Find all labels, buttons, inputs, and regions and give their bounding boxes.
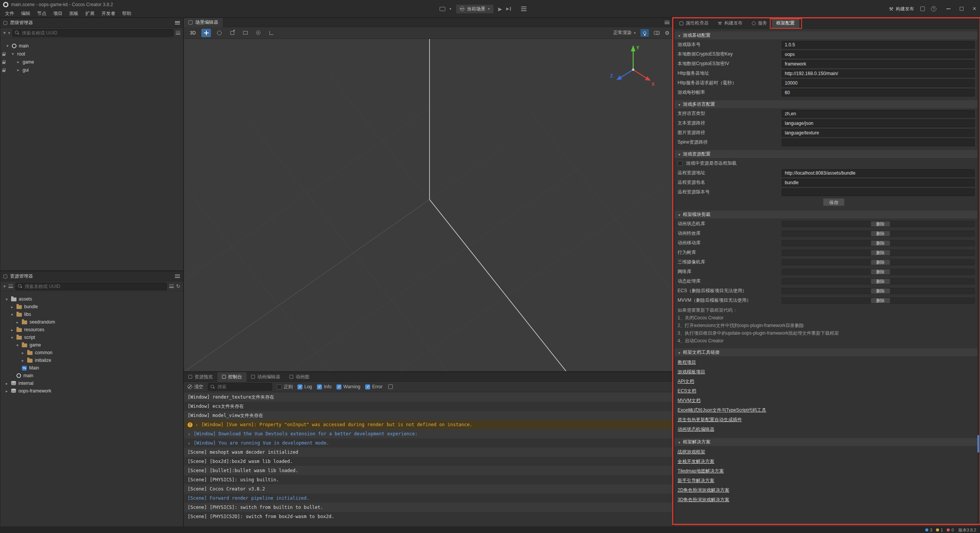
chevron-down-icon[interactable]: ▾ bbox=[8, 31, 10, 35]
filter-checkbox[interactable] bbox=[336, 384, 341, 389]
delete-module-button[interactable]: 删除 bbox=[871, 288, 890, 294]
property-input[interactable] bbox=[782, 188, 975, 196]
expand-caret-icon[interactable] bbox=[22, 358, 27, 363]
tab-scene-editor[interactable]: 场景编辑器 bbox=[184, 18, 223, 27]
asset-node[interactable]: common bbox=[0, 349, 183, 356]
solution-link[interactable]: 新手引导解决方案 bbox=[678, 476, 714, 486]
axis-gizmo[interactable]: Y X Z bbox=[608, 43, 662, 96]
scene-select-dropdown[interactable]: 当前场景 ▾ bbox=[456, 4, 494, 14]
expand-caret-icon[interactable] bbox=[22, 351, 27, 355]
extension-icon[interactable] bbox=[920, 7, 925, 11]
property-input[interactable] bbox=[782, 129, 975, 137]
console-search[interactable] bbox=[208, 383, 272, 391]
collapse-similar-icon[interactable] bbox=[388, 384, 393, 389]
property-input[interactable] bbox=[782, 119, 975, 127]
assets-search-input[interactable] bbox=[24, 283, 165, 289]
asset-node[interactable]: libs bbox=[0, 311, 183, 318]
delete-module-button[interactable]: 删除 bbox=[871, 279, 890, 284]
log-filter-toggle[interactable]: Warning bbox=[336, 384, 360, 389]
filter-checkbox[interactable] bbox=[297, 384, 302, 389]
log-row[interactable]: [Scene] Forward render pipeline initiali… bbox=[184, 494, 673, 503]
expand-caret-icon[interactable] bbox=[6, 381, 11, 386]
clear-console-button[interactable]: 清空 bbox=[188, 384, 203, 390]
expand-caret-icon[interactable] bbox=[11, 305, 16, 309]
menu-item[interactable]: 节点 bbox=[34, 9, 50, 18]
menu-item[interactable]: 面板 bbox=[66, 9, 82, 18]
coordinate-toggle-button[interactable] bbox=[266, 29, 276, 37]
scrollbar-thumb[interactable] bbox=[977, 435, 979, 453]
log-row[interactable]: [Scene] [bullet]:bullet wasm lib loaded. bbox=[184, 466, 673, 475]
log-row[interactable]: [Scene] [PHYSICS]: switch from builtin t… bbox=[184, 503, 673, 512]
hierarchy-search[interactable] bbox=[12, 29, 173, 37]
menu-item[interactable]: 扩展 bbox=[82, 9, 98, 18]
console-search-input[interactable] bbox=[217, 384, 270, 390]
save-button[interactable]: 保存 bbox=[823, 198, 844, 206]
remote-load-checkbox[interactable] bbox=[678, 161, 683, 166]
panel-menu-icon[interactable] bbox=[175, 275, 180, 278]
inspector-tab[interactable]: 框架配置 bbox=[772, 18, 799, 29]
doc-link[interactable]: Excel格式转Json文件与TypeScript代码工具 bbox=[678, 405, 766, 415]
doc-link[interactable]: ECS文档 bbox=[678, 386, 696, 396]
layout-grid-icon[interactable] bbox=[521, 7, 526, 11]
console-tab[interactable]: 资源预览 bbox=[184, 372, 217, 382]
mode-3d-button[interactable]: 3D bbox=[188, 29, 198, 36]
section-header[interactable]: 游戏基础配置 bbox=[675, 31, 979, 40]
scene-light-toggle[interactable] bbox=[640, 29, 649, 37]
doc-link[interactable]: 原生包热更新配置自动生成插件 bbox=[678, 415, 742, 425]
log-row[interactable]: [Window] render_texture文件夹存在 bbox=[184, 392, 673, 402]
expand-caret-icon[interactable] bbox=[11, 328, 16, 332]
asset-node[interactable]: initialize bbox=[0, 356, 183, 364]
property-input[interactable] bbox=[782, 51, 975, 58]
log-filter-toggle[interactable]: Error bbox=[365, 384, 382, 389]
log-row[interactable]: [Scene] [box2d]:box2d wasm lib loaded. bbox=[184, 457, 673, 466]
solution-link[interactable]: 全栈开发解决方案 bbox=[678, 457, 714, 466]
property-input[interactable] bbox=[782, 70, 975, 77]
doc-link[interactable]: MVVM文档 bbox=[678, 396, 701, 405]
log-filter-toggle[interactable]: Log bbox=[297, 384, 312, 389]
solution-link[interactable]: Tiledmap地图解决方案 bbox=[678, 466, 724, 476]
menu-item[interactable]: 开发者 bbox=[98, 9, 119, 18]
delete-module-button[interactable]: 删除 bbox=[871, 240, 890, 246]
property-input[interactable] bbox=[782, 89, 975, 96]
build-publish-button[interactable]: 构建发布 bbox=[889, 6, 914, 12]
console-tab[interactable]: 控制台 bbox=[217, 372, 247, 382]
doc-link[interactable]: 教程项目 bbox=[678, 358, 696, 367]
asset-node[interactable]: script bbox=[0, 334, 183, 341]
expand-caret-icon[interactable] bbox=[16, 320, 22, 324]
preview-device-icon[interactable] bbox=[439, 7, 445, 11]
expand-arrow-icon[interactable] bbox=[188, 431, 191, 437]
property-input[interactable] bbox=[782, 179, 975, 186]
render-mode-dropdown[interactable]: 正常渲染 ▾ bbox=[613, 29, 636, 36]
doc-link[interactable]: API文档 bbox=[678, 377, 694, 386]
solution-link[interactable]: 战棋游戏框架 bbox=[678, 447, 705, 457]
asset-node[interactable]: assets bbox=[0, 295, 183, 303]
menu-item[interactable]: 编辑 bbox=[18, 9, 34, 18]
section-header[interactable]: 框架解决方案 bbox=[675, 438, 979, 446]
property-input[interactable] bbox=[782, 139, 975, 146]
expand-caret-icon[interactable] bbox=[17, 68, 23, 72]
create-asset-button[interactable]: + bbox=[3, 284, 6, 288]
expand-caret-icon[interactable] bbox=[6, 297, 11, 301]
console-tab[interactable]: 动画编辑器 bbox=[247, 372, 285, 382]
log-row[interactable]: [Scene] Cocos Creator v3.8.2 bbox=[184, 484, 673, 494]
section-header[interactable]: 框架文档工具链接 bbox=[675, 348, 979, 357]
property-input[interactable] bbox=[782, 41, 975, 49]
property-input[interactable] bbox=[782, 110, 975, 118]
regex-checkbox[interactable] bbox=[277, 384, 282, 389]
console-tab[interactable]: 动画图 bbox=[285, 372, 314, 382]
scene-viewport[interactable]: Y X Z bbox=[184, 39, 673, 371]
hierarchy-node[interactable]: main bbox=[0, 42, 183, 50]
inspector-tab[interactable]: 构建发布 bbox=[713, 18, 747, 29]
lock-icon[interactable] bbox=[2, 62, 5, 64]
maximize-button[interactable] bbox=[960, 7, 964, 11]
expand-arrow-icon[interactable] bbox=[195, 422, 198, 428]
filter-icon[interactable] bbox=[176, 31, 180, 34]
delete-module-button[interactable]: 删除 bbox=[871, 269, 890, 275]
solution-link[interactable]: 2D角色扮演游戏解决方案 bbox=[678, 486, 729, 495]
inspector-tab[interactable]: 服务 bbox=[747, 18, 772, 29]
solution-link[interactable]: 3D角色扮演游戏解决方案 bbox=[678, 495, 729, 505]
scale-tool-button[interactable] bbox=[227, 29, 237, 37]
rotate-tool-button[interactable] bbox=[214, 29, 224, 37]
delete-module-button[interactable]: 删除 bbox=[871, 250, 890, 255]
doc-link[interactable]: 游戏模板项目 bbox=[678, 367, 705, 377]
